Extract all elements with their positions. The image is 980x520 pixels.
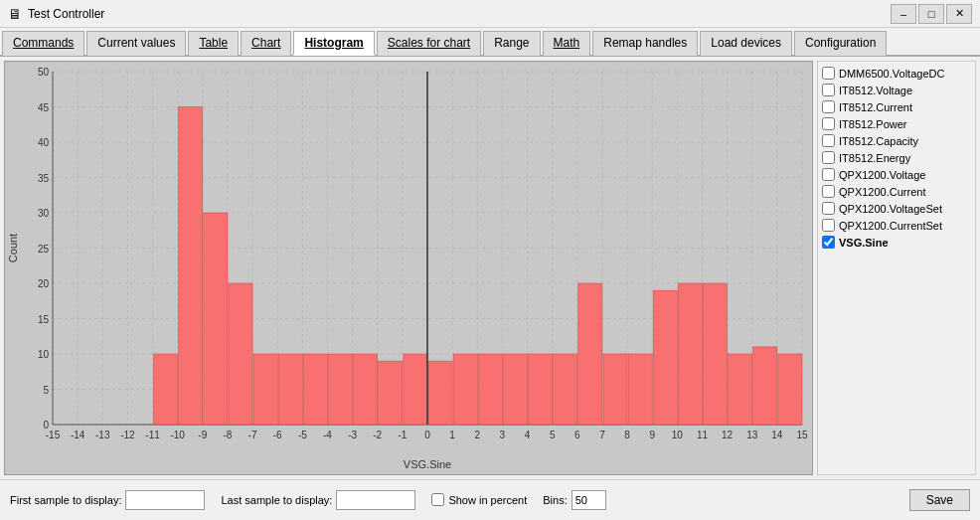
bins-input[interactable] [572, 490, 606, 510]
svg-text:-5: -5 [298, 430, 307, 440]
sidebar-item-IT8512-Current: IT8512.Current [822, 99, 971, 114]
svg-rect-93 [303, 354, 327, 425]
svg-rect-100 [478, 354, 502, 425]
tab-table[interactable]: Table [188, 31, 239, 56]
svg-rect-108 [678, 283, 702, 425]
svg-text:0: 0 [424, 430, 430, 440]
sidebar-item-QPX1200-Voltage: QPX1200.Voltage [822, 167, 971, 182]
svg-text:-8: -8 [223, 430, 232, 440]
checkbox-IT8512-Current[interactable] [822, 100, 835, 113]
svg-text:6: 6 [574, 430, 580, 440]
sidebar-item-VSG-Sine: VSG.Sine [822, 235, 971, 250]
svg-rect-106 [628, 354, 652, 425]
svg-rect-88 [179, 107, 203, 426]
svg-text:9: 9 [649, 430, 655, 440]
last-sample-label: Last sample to display: [221, 494, 332, 506]
svg-rect-87 [154, 354, 178, 425]
svg-text:-1: -1 [398, 430, 407, 440]
tab-configuration[interactable]: Configuration [794, 31, 887, 56]
svg-text:Count: Count [7, 234, 19, 262]
sidebar-item-IT8512-Power: IT8512.Power [822, 116, 971, 131]
first-sample-label: First sample to display: [10, 494, 121, 506]
svg-text:-11: -11 [145, 430, 160, 440]
svg-text:40: 40 [38, 137, 50, 148]
svg-text:15: 15 [796, 430, 808, 440]
show-percent-field: Show in percent [431, 493, 527, 506]
checkbox-IT8512-Capacity[interactable] [822, 134, 835, 147]
main-content: 05101520253035404550-15-14-13-12-11-10-9… [0, 57, 980, 479]
svg-rect-102 [529, 354, 553, 425]
window-controls: – □ ✕ [891, 4, 972, 24]
checkbox-IT8512-Energy[interactable] [822, 151, 835, 164]
checkbox-QPX1200-Current[interactable] [822, 185, 835, 198]
svg-text:8: 8 [624, 430, 630, 440]
svg-rect-98 [428, 361, 452, 425]
svg-rect-89 [204, 213, 228, 425]
svg-rect-96 [379, 361, 403, 425]
svg-text:10: 10 [38, 349, 50, 360]
svg-rect-107 [653, 290, 677, 425]
close-button[interactable]: ✕ [946, 4, 972, 24]
checkbox-QPX1200-Voltage[interactable] [822, 168, 835, 181]
svg-text:-15: -15 [46, 430, 61, 440]
tab-histogram[interactable]: Histogram [293, 31, 374, 56]
checkbox-IT8512-Voltage[interactable] [822, 84, 835, 96]
svg-text:35: 35 [38, 173, 50, 184]
bins-field: Bins: [543, 490, 605, 510]
sidebar-item-label: IT8512.Current [839, 101, 912, 113]
svg-text:-7: -7 [248, 430, 257, 440]
sidebar-item-DMM6500-VoltageDC: DMM6500.VoltageDC [822, 66, 971, 81]
title-bar: 🖥 Test Controller – □ ✕ [0, 0, 980, 28]
first-sample-input[interactable] [125, 490, 205, 510]
svg-rect-91 [253, 354, 277, 425]
svg-text:-9: -9 [198, 430, 207, 440]
checkbox-QPX1200-VoltageSet[interactable] [822, 202, 835, 215]
sidebar-item-label: IT8512.Voltage [839, 85, 912, 96]
sidebar-item-label: IT8512.Capacity [839, 135, 918, 147]
svg-text:15: 15 [38, 314, 50, 325]
sidebar-item-IT8512-Voltage: IT8512.Voltage [822, 83, 971, 97]
tab-commands[interactable]: Commands [2, 31, 84, 56]
sidebar-item-QPX1200-Current: QPX1200.Current [822, 184, 971, 199]
svg-text:VSG.Sine: VSG.Sine [404, 458, 451, 470]
svg-text:10: 10 [672, 430, 684, 440]
minimize-button[interactable]: – [891, 4, 916, 24]
sidebar-item-label: QPX1200.Current [839, 186, 925, 198]
svg-rect-110 [729, 354, 752, 425]
svg-text:20: 20 [38, 278, 50, 289]
svg-text:-6: -6 [273, 430, 282, 440]
tab-range[interactable]: Range [483, 31, 540, 56]
tab-remap-handles[interactable]: Remap handles [592, 31, 698, 56]
sidebar: DMM6500.VoltageDCIT8512.VoltageIT8512.Cu… [817, 61, 976, 475]
app-icon: 🖥 [8, 6, 22, 22]
svg-text:-4: -4 [323, 430, 332, 440]
svg-text:13: 13 [746, 430, 758, 440]
checkbox-DMM6500-VoltageDC[interactable] [822, 67, 835, 80]
sidebar-item-label: IT8512.Power [839, 118, 906, 130]
svg-text:4: 4 [525, 430, 531, 440]
svg-rect-109 [703, 283, 727, 425]
histogram-svg: 05101520253035404550-15-14-13-12-11-10-9… [5, 62, 812, 474]
checkbox-VSG-Sine[interactable] [822, 236, 835, 249]
checkbox-IT8512-Power[interactable] [822, 117, 835, 130]
svg-text:5: 5 [550, 430, 556, 440]
svg-text:3: 3 [500, 430, 506, 440]
maximize-button[interactable]: □ [918, 4, 944, 24]
show-percent-checkbox[interactable] [431, 493, 444, 506]
save-button[interactable]: Save [909, 489, 970, 511]
tab-math[interactable]: Math [543, 31, 591, 56]
svg-rect-103 [554, 354, 577, 425]
tab-chart[interactable]: Chart [241, 31, 291, 56]
checkbox-QPX1200-CurrentSet[interactable] [822, 219, 835, 232]
tab-scales-for-chart[interactable]: Scales for chart [377, 31, 481, 56]
tab-current-values[interactable]: Current values [86, 31, 186, 56]
tab-load-devices[interactable]: Load devices [700, 31, 792, 56]
last-sample-input[interactable] [336, 490, 415, 510]
svg-text:30: 30 [38, 208, 50, 219]
svg-text:12: 12 [722, 430, 734, 440]
sidebar-item-label: IT8512.Energy [839, 152, 910, 164]
sidebar-item-label: DMM6500.VoltageDC [839, 68, 944, 80]
svg-rect-97 [404, 354, 427, 425]
svg-rect-94 [328, 354, 352, 425]
svg-text:-2: -2 [373, 430, 382, 440]
